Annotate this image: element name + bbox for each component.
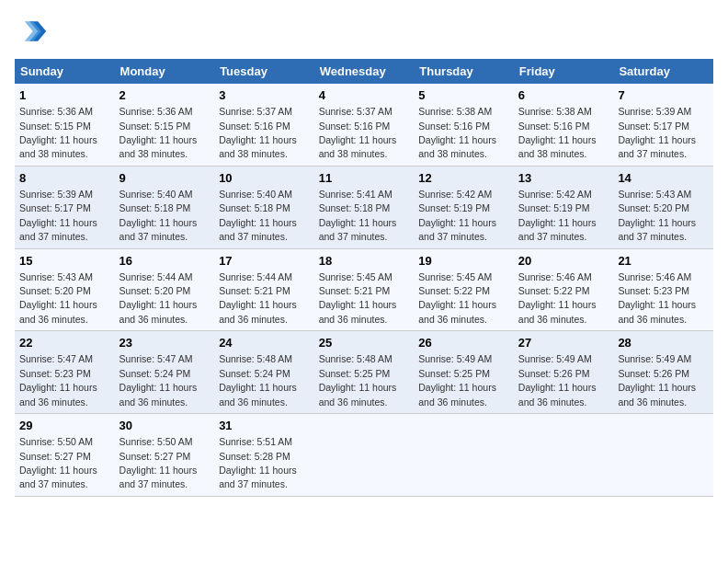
day-cell: 6Sunrise: 5:38 AMSunset: 5:16 PMDaylight… — [514, 84, 614, 166]
day-info: Sunrise: 5:37 AMSunset: 5:16 PMDaylight:… — [319, 106, 397, 159]
day-info: Sunrise: 5:44 AMSunset: 5:20 PMDaylight:… — [119, 271, 198, 325]
day-cell: 9Sunrise: 5:40 AMSunset: 5:18 PMDaylight… — [115, 166, 215, 248]
day-cell: 14Sunrise: 5:43 AMSunset: 5:20 PMDayligh… — [613, 166, 713, 248]
day-number: 10 — [219, 170, 310, 187]
col-header-friday: Friday — [514, 59, 614, 84]
day-cell: 4Sunrise: 5:37 AMSunset: 5:16 PMDaylight… — [314, 84, 415, 166]
day-info: Sunrise: 5:37 AMSunset: 5:16 PMDaylight:… — [219, 106, 297, 159]
day-info: Sunrise: 5:40 AMSunset: 5:18 PMDaylight:… — [119, 189, 198, 242]
day-info: Sunrise: 5:45 AMSunset: 5:22 PMDaylight:… — [418, 271, 496, 325]
day-cell: 19Sunrise: 5:45 AMSunset: 5:22 PMDayligh… — [414, 248, 514, 331]
day-info: Sunrise: 5:41 AMSunset: 5:18 PMDaylight:… — [319, 189, 397, 242]
day-cell: 21Sunrise: 5:46 AMSunset: 5:23 PMDayligh… — [613, 248, 713, 331]
day-info: Sunrise: 5:42 AMSunset: 5:19 PMDaylight:… — [418, 189, 496, 242]
logo — [15, 15, 51, 48]
day-number: 7 — [618, 87, 709, 104]
week-row-1: 1Sunrise: 5:36 AMSunset: 5:15 PMDaylight… — [15, 84, 713, 166]
day-info: Sunrise: 5:50 AMSunset: 5:27 PMDaylight:… — [19, 436, 97, 489]
day-number: 19 — [418, 253, 509, 270]
day-cell: 23Sunrise: 5:47 AMSunset: 5:24 PMDayligh… — [115, 331, 215, 414]
day-number: 8 — [19, 170, 110, 187]
day-cell: 2Sunrise: 5:36 AMSunset: 5:15 PMDaylight… — [115, 84, 215, 166]
col-header-thursday: Thursday — [414, 59, 514, 84]
day-number: 16 — [119, 253, 210, 270]
day-cell: 30Sunrise: 5:50 AMSunset: 5:27 PMDayligh… — [115, 414, 215, 497]
day-cell: 8Sunrise: 5:39 AMSunset: 5:17 PMDaylight… — [15, 166, 115, 248]
day-number: 24 — [219, 335, 310, 351]
page-header — [15, 15, 713, 48]
day-info: Sunrise: 5:49 AMSunset: 5:25 PMDaylight:… — [418, 353, 496, 407]
day-info: Sunrise: 5:47 AMSunset: 5:23 PMDaylight:… — [19, 353, 97, 407]
day-number: 20 — [518, 253, 609, 270]
day-info: Sunrise: 5:47 AMSunset: 5:24 PMDaylight:… — [119, 353, 198, 407]
day-cell: 31Sunrise: 5:51 AMSunset: 5:28 PMDayligh… — [214, 414, 314, 497]
day-cell: 28Sunrise: 5:49 AMSunset: 5:26 PMDayligh… — [613, 331, 713, 414]
week-row-4: 22Sunrise: 5:47 AMSunset: 5:23 PMDayligh… — [15, 331, 713, 414]
day-info: Sunrise: 5:46 AMSunset: 5:23 PMDaylight:… — [618, 271, 696, 325]
day-number: 4 — [319, 87, 410, 104]
day-number: 31 — [219, 418, 310, 434]
day-number: 22 — [19, 335, 110, 351]
day-cell: 12Sunrise: 5:42 AMSunset: 5:19 PMDayligh… — [414, 166, 514, 248]
day-cell: 18Sunrise: 5:45 AMSunset: 5:21 PMDayligh… — [314, 248, 415, 331]
day-cell: 20Sunrise: 5:46 AMSunset: 5:22 PMDayligh… — [514, 248, 614, 331]
day-cell — [314, 414, 415, 497]
day-info: Sunrise: 5:38 AMSunset: 5:16 PMDaylight:… — [418, 106, 496, 159]
day-info: Sunrise: 5:50 AMSunset: 5:27 PMDaylight:… — [119, 436, 198, 489]
day-number: 25 — [319, 335, 410, 351]
day-cell: 10Sunrise: 5:40 AMSunset: 5:18 PMDayligh… — [214, 166, 314, 248]
day-number: 15 — [19, 253, 110, 270]
day-number: 29 — [19, 418, 110, 434]
day-cell: 11Sunrise: 5:41 AMSunset: 5:18 PMDayligh… — [314, 166, 415, 248]
day-number: 6 — [518, 87, 609, 104]
day-cell: 29Sunrise: 5:50 AMSunset: 5:27 PMDayligh… — [15, 414, 115, 497]
day-number: 9 — [119, 170, 210, 187]
day-info: Sunrise: 5:38 AMSunset: 5:16 PMDaylight:… — [518, 106, 597, 159]
calendar-table: SundayMondayTuesdayWednesdayThursdayFrid… — [15, 59, 713, 497]
day-cell: 16Sunrise: 5:44 AMSunset: 5:20 PMDayligh… — [115, 248, 215, 331]
day-number: 2 — [119, 87, 210, 104]
day-number: 30 — [119, 418, 210, 434]
day-cell: 27Sunrise: 5:49 AMSunset: 5:26 PMDayligh… — [514, 331, 614, 414]
day-number: 13 — [518, 170, 609, 187]
day-info: Sunrise: 5:49 AMSunset: 5:26 PMDaylight:… — [618, 353, 696, 407]
week-row-5: 29Sunrise: 5:50 AMSunset: 5:27 PMDayligh… — [15, 414, 713, 497]
day-number: 11 — [319, 170, 410, 187]
col-header-sunday: Sunday — [15, 59, 115, 84]
day-cell: 5Sunrise: 5:38 AMSunset: 5:16 PMDaylight… — [414, 84, 514, 166]
day-number: 18 — [319, 253, 410, 270]
day-cell: 24Sunrise: 5:48 AMSunset: 5:24 PMDayligh… — [214, 331, 314, 414]
day-info: Sunrise: 5:43 AMSunset: 5:20 PMDaylight:… — [618, 189, 696, 242]
col-header-saturday: Saturday — [613, 59, 713, 84]
logo-icon — [15, 15, 48, 48]
day-number: 1 — [19, 87, 110, 104]
day-info: Sunrise: 5:46 AMSunset: 5:22 PMDaylight:… — [518, 271, 597, 325]
day-info: Sunrise: 5:39 AMSunset: 5:17 PMDaylight:… — [618, 106, 696, 159]
day-info: Sunrise: 5:40 AMSunset: 5:18 PMDaylight:… — [219, 189, 297, 242]
day-cell: 25Sunrise: 5:48 AMSunset: 5:25 PMDayligh… — [314, 331, 415, 414]
day-cell: 22Sunrise: 5:47 AMSunset: 5:23 PMDayligh… — [15, 331, 115, 414]
day-number: 5 — [418, 87, 509, 104]
day-cell — [613, 414, 713, 497]
col-header-wednesday: Wednesday — [314, 59, 415, 84]
day-cell: 1Sunrise: 5:36 AMSunset: 5:15 PMDaylight… — [15, 84, 115, 166]
week-row-3: 15Sunrise: 5:43 AMSunset: 5:20 PMDayligh… — [15, 248, 713, 331]
day-info: Sunrise: 5:48 AMSunset: 5:24 PMDaylight:… — [219, 353, 297, 407]
day-info: Sunrise: 5:42 AMSunset: 5:19 PMDaylight:… — [518, 189, 597, 242]
day-info: Sunrise: 5:51 AMSunset: 5:28 PMDaylight:… — [219, 436, 297, 489]
day-info: Sunrise: 5:36 AMSunset: 5:15 PMDaylight:… — [119, 106, 198, 159]
day-info: Sunrise: 5:44 AMSunset: 5:21 PMDaylight:… — [219, 271, 297, 325]
day-number: 26 — [418, 335, 509, 351]
day-number: 3 — [219, 87, 310, 104]
day-cell: 13Sunrise: 5:42 AMSunset: 5:19 PMDayligh… — [514, 166, 614, 248]
day-info: Sunrise: 5:36 AMSunset: 5:15 PMDaylight:… — [19, 106, 97, 159]
day-number: 28 — [618, 335, 709, 351]
day-cell: 17Sunrise: 5:44 AMSunset: 5:21 PMDayligh… — [214, 248, 314, 331]
header-row: SundayMondayTuesdayWednesdayThursdayFrid… — [15, 59, 713, 84]
day-cell: 26Sunrise: 5:49 AMSunset: 5:25 PMDayligh… — [414, 331, 514, 414]
day-cell — [514, 414, 614, 497]
day-cell: 3Sunrise: 5:37 AMSunset: 5:16 PMDaylight… — [214, 84, 314, 166]
day-info: Sunrise: 5:43 AMSunset: 5:20 PMDaylight:… — [19, 271, 97, 325]
day-cell: 15Sunrise: 5:43 AMSunset: 5:20 PMDayligh… — [15, 248, 115, 331]
day-cell — [414, 414, 514, 497]
